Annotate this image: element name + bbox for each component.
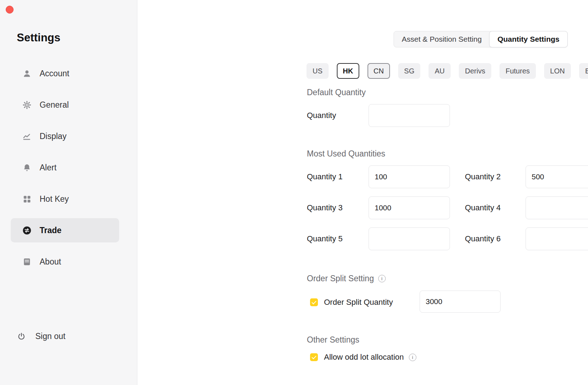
sidebar-item-display[interactable]: Display (11, 124, 119, 148)
sidebar-item-about[interactable]: About (11, 250, 119, 274)
market-pill-lon[interactable]: LON (544, 63, 571, 79)
quantity-6-label: Quantity 6 (465, 234, 526, 243)
odd-lot-checkbox[interactable] (310, 353, 318, 361)
document-icon (22, 257, 32, 267)
most-used-row: Quantity 5 Quantity 6 (307, 227, 588, 250)
sidebar-item-hotkey[interactable]: Hot Key (11, 187, 119, 211)
odd-lot-checkbox-row: Allow odd lot allocation i (310, 353, 416, 362)
sign-out-label: Sign out (35, 332, 65, 341)
odd-lot-label: Allow odd lot allocation (324, 353, 404, 362)
market-pill-cn[interactable]: CN (368, 63, 390, 79)
quantity-1-label: Quantity 1 (307, 172, 369, 181)
sign-out-button[interactable]: Sign out (17, 332, 65, 341)
info-icon[interactable]: i (378, 275, 386, 282)
settings-window: Settings Account General (0, 0, 588, 385)
close-window-button[interactable] (6, 6, 14, 14)
section-most-used: Most Used Quantities (307, 149, 385, 159)
sidebar-item-label: Alert (40, 163, 56, 173)
quantity-5-input[interactable] (369, 227, 450, 250)
tab-asset-position-setting[interactable]: Asset & Position Setting (394, 31, 490, 47)
market-pill-sg[interactable]: SG (398, 63, 421, 79)
order-split-checkbox[interactable] (310, 298, 318, 306)
market-pill-bond[interactable]: Bond (579, 63, 588, 79)
sidebar-nav: Account General (11, 61, 119, 281)
quantity-4-label: Quantity 4 (465, 203, 526, 212)
quantity-2-input[interactable] (526, 165, 588, 188)
sidebar-item-alert[interactable]: Alert (11, 155, 119, 180)
sidebar-item-label: Display (40, 132, 66, 141)
chart-icon (22, 132, 32, 141)
quantity-4-input[interactable] (526, 196, 588, 219)
quantity-2-label: Quantity 2 (465, 172, 526, 181)
market-pill-futures[interactable]: Futures (500, 63, 536, 79)
default-quantity-row: Quantity (307, 104, 450, 127)
default-quantity-input[interactable] (369, 104, 450, 127)
power-icon (17, 332, 26, 341)
order-split-quantity-input[interactable] (420, 291, 501, 313)
main-content: Asset & Position Setting Quantity Settin… (138, 0, 588, 385)
sidebar-item-label: About (40, 257, 61, 267)
section-order-split: Order Split Setting i (307, 274, 386, 283)
market-pill-us[interactable]: US (306, 63, 329, 79)
section-title-text: Order Split Setting (307, 274, 374, 283)
market-pill-hk[interactable]: HK (337, 63, 359, 79)
quantity-label: Quantity (307, 111, 369, 120)
section-default-quantity: Default Quantity (307, 88, 366, 97)
settings-tabs: Asset & Position Setting Quantity Settin… (394, 31, 568, 47)
tab-quantity-settings[interactable]: Quantity Settings (489, 31, 568, 47)
sidebar-item-label: Hot Key (40, 194, 69, 204)
sidebar-item-label: General (40, 100, 69, 110)
quantity-6-input[interactable] (526, 227, 588, 250)
section-title-text: Most Used Quantities (307, 149, 385, 159)
quantity-3-input[interactable] (369, 196, 450, 219)
transfer-icon (22, 226, 32, 235)
sidebar: Settings Account General (0, 0, 137, 385)
sidebar-item-trade[interactable]: Trade (11, 218, 119, 242)
section-title-text: Default Quantity (307, 88, 366, 97)
market-pill-au[interactable]: AU (429, 63, 451, 79)
page-title: Settings (17, 31, 60, 44)
info-icon[interactable]: i (409, 354, 416, 361)
most-used-grid: Quantity 1 Quantity 2 Quantity 3 Quantit… (307, 165, 588, 258)
market-pills: US HK CN SG AU Derivs Futures LON Bond (306, 63, 588, 79)
most-used-row: Quantity 3 Quantity 4 (307, 196, 588, 219)
grid-icon (22, 194, 32, 204)
section-title-text: Other Settings (307, 335, 359, 345)
person-icon (22, 69, 32, 78)
bell-icon (22, 163, 32, 173)
sidebar-item-label: Account (40, 69, 69, 78)
quantity-5-label: Quantity 5 (307, 234, 369, 243)
order-split-label: Order Split Quantity (324, 298, 393, 307)
sidebar-item-account[interactable]: Account (11, 61, 119, 86)
section-other-settings: Other Settings (307, 335, 359, 345)
quantity-3-label: Quantity 3 (307, 203, 369, 212)
sidebar-item-label: Trade (40, 226, 61, 235)
most-used-row: Quantity 1 Quantity 2 (307, 165, 588, 188)
market-pill-derivs[interactable]: Derivs (459, 63, 491, 79)
sidebar-item-general[interactable]: General (11, 93, 119, 117)
order-split-checkbox-row: Order Split Quantity (310, 298, 393, 307)
quantity-1-input[interactable] (369, 165, 450, 188)
gear-icon (22, 100, 32, 110)
